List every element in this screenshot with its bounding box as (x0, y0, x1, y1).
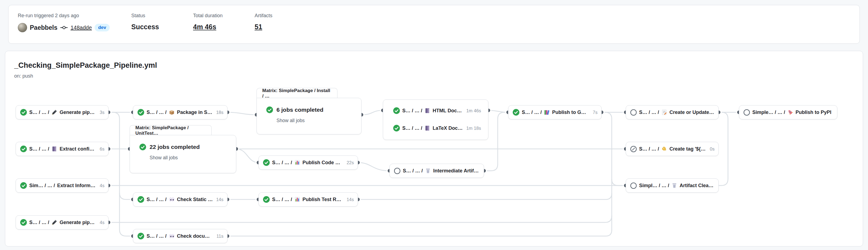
workflow-trigger: on: push (14, 73, 33, 79)
show-all-jobs-link[interactable]: Show all jobs (277, 118, 352, 123)
job-prefix: S… / … / (147, 110, 166, 115)
job-duration: 14s (345, 197, 354, 202)
job-node-publish-code-coverage[interactable]: S… / … /Publish Code C…22s (258, 155, 358, 170)
books-icon (544, 109, 550, 115)
status-success-icon (20, 145, 27, 152)
notebook-icon (425, 108, 430, 114)
status-success-icon (137, 196, 145, 203)
job-node-check-documentation[interactable]: S… / … /Check docume…11s (133, 229, 227, 243)
job-prefix: Simpl… / … / (639, 183, 669, 188)
wastebasket-icon (671, 182, 677, 188)
workflow-run-page: Re-run triggered 2 days ago Paebbels 148… (0, 0, 868, 250)
job-prefix: S… / … / (147, 197, 166, 203)
job-duration: 3s (99, 110, 104, 115)
job-label: Create tag '${{ in… (670, 146, 707, 152)
job-label: Publish Test Re… (303, 197, 343, 203)
pencil-icon (52, 109, 57, 115)
status-skipped-icon (743, 109, 750, 116)
job-duration: 7s (592, 110, 597, 115)
job-duration: 4s (99, 183, 104, 188)
job-prefix: S… / … / (639, 110, 659, 115)
status-success-icon (263, 196, 270, 203)
job-label: Generate pipelin… (60, 110, 96, 115)
job-label: Check docume… (177, 233, 213, 239)
job-prefix: S… / … / (639, 146, 659, 152)
status-success-icon (263, 159, 270, 166)
job-label: Extract Information (57, 183, 96, 188)
job-node-latex-documentation[interactable]: S… / … /LaTeX Docu…1m 18s (383, 121, 488, 135)
status-skipped-icon (630, 109, 637, 116)
jobs-completed-text: 6 jobs completed (277, 107, 323, 113)
job-label: Create or Update R… (670, 110, 715, 115)
matrix-group-matrix-install: 6 jobs completedShow all jobs (256, 98, 362, 135)
job-duration: 14s (215, 197, 223, 202)
job-node-extract-information[interactable]: Sim… / … /Extract Information4s (16, 178, 108, 192)
status-success-icon (266, 106, 273, 113)
pipeline-graph: S… / … /Generate pipelin…3sS… / … /Extra… (0, 0, 868, 250)
job-node-publish-to-pypi[interactable]: Simple… / … /Publish to PyPI (739, 105, 837, 119)
job-duration: 1m 18s (465, 126, 481, 131)
eyes-icon (169, 197, 175, 203)
job-prefix: S… / … / (29, 220, 49, 225)
job-label: Extract configur… (60, 146, 96, 152)
job-node-extract-configuration[interactable]: S… / … /Extract configur…6s (16, 142, 108, 156)
job-node-generate-pipeline-2[interactable]: S… / … /Generate pipelin…4s (16, 215, 108, 229)
job-label: Publish to GH-P… (552, 110, 590, 115)
job-prefix: S… / … / (402, 126, 422, 131)
job-node-check-static-types[interactable]: S… / … /Check Static Ty…14s (133, 192, 227, 207)
job-node-publish-to-gh-pages[interactable]: S… / … /Publish to GH-P…7s (508, 105, 602, 119)
job-node-publish-test-results[interactable]: S… / … /Publish Test Re…14s (258, 192, 358, 207)
job-duration: 4s (99, 220, 104, 225)
job-prefix: S… / … / (403, 168, 423, 174)
status-success-icon (137, 233, 145, 240)
job-node-html-documentation[interactable]: S… / … /HTML Docu…1m 46s (383, 104, 488, 118)
job-prefix: S… / … / (522, 110, 542, 115)
matrix-tab-matrix-unittest[interactable]: Matrix: SimplePackage / UnitTest… (130, 125, 212, 136)
job-duration: 18s (215, 110, 223, 115)
job-label: Artifact Cleanup (680, 183, 715, 188)
job-label: Intermediate Artifa… (433, 168, 480, 174)
job-node-create-tag[interactable]: S… / … /Create tag '${{ in…0s (626, 142, 719, 156)
status-success-icon (20, 182, 27, 189)
pencil-icon (52, 219, 57, 225)
job-node-intermediate-artifacts[interactable]: S… / … /Intermediate Artifa… (390, 164, 484, 178)
status-success-icon (137, 109, 145, 116)
show-all-jobs-link[interactable]: Show all jobs (150, 155, 227, 160)
job-node-generate-pipeline-1[interactable]: S… / … /Generate pipelin…3s (16, 105, 108, 119)
status-success-icon (393, 107, 400, 114)
job-label: Publish to PyPI (796, 110, 831, 115)
jobs-completed-text: 22 jobs completed (150, 144, 199, 150)
job-duration: 1m 46s (465, 108, 481, 113)
job-prefix: S… / … / (29, 146, 49, 152)
job-label: LaTeX Docu… (433, 126, 463, 131)
job-node-artifact-cleanup[interactable]: Simpl… / … /Artifact Cleanup (626, 178, 719, 192)
status-success-icon (20, 219, 27, 226)
matrix-summary-row: 22 jobs completed (139, 143, 227, 150)
job-prefix: Sim… / … / (29, 183, 55, 188)
job-duration: 22s (345, 160, 354, 165)
job-node-package-in-source[interactable]: S… / … /Package in Sou…18s (133, 105, 227, 119)
job-duration: 11s (216, 234, 223, 239)
job-duration: 6s (99, 146, 104, 152)
status-skipped-icon (394, 168, 401, 174)
notebook-icon (52, 146, 57, 152)
job-prefix: S… / … / (272, 197, 292, 203)
status-skipped-slash-icon (630, 146, 637, 152)
documentation-group-card: S… / … /HTML Docu…1m 46sS… / … /LaTeX Do… (383, 100, 489, 140)
bar-chart-icon (294, 197, 300, 203)
matrix-tab-matrix-install[interactable]: Matrix: SimplePackage / Install / … (256, 88, 338, 98)
rocket-icon (787, 109, 793, 115)
status-success-icon (139, 143, 146, 150)
job-label: Publish Code C… (303, 160, 343, 166)
status-skipped-icon (630, 182, 637, 189)
job-node-create-or-update-release[interactable]: S… / … /Create or Update R… (626, 105, 719, 119)
job-duration: 0s (709, 146, 715, 152)
notebook-icon (425, 125, 430, 131)
job-prefix: Simple… / … / (752, 110, 785, 115)
bar-chart-icon (294, 159, 300, 166)
memo-icon (661, 109, 667, 115)
matrix-group-matrix-unittest: 22 jobs completedShow all jobs (130, 135, 236, 173)
job-prefix: S… / … / (29, 110, 49, 115)
job-label: HTML Docu… (433, 108, 463, 114)
matrix-summary-row: 6 jobs completed (266, 106, 352, 113)
